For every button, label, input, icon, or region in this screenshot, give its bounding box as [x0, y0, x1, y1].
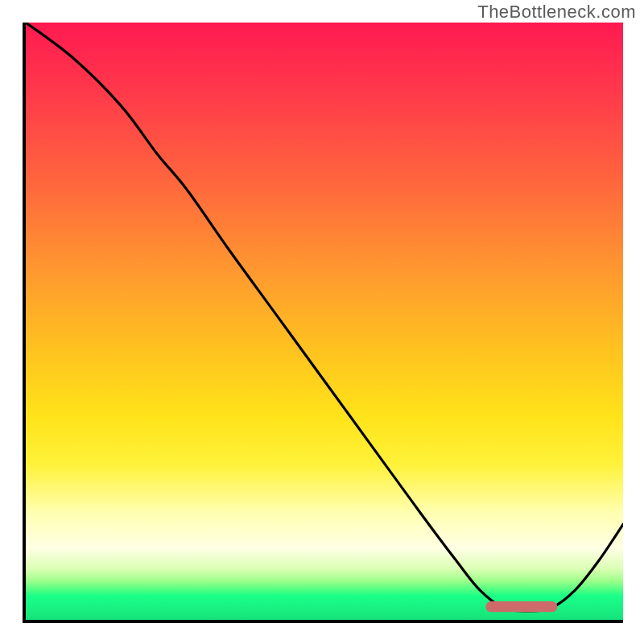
watermark-text: TheBottleneck.com — [477, 2, 636, 23]
chart-container: TheBottleneck.com — [0, 0, 644, 644]
bottleneck-curve — [26, 23, 623, 611]
optimal-range-marker — [485, 601, 557, 612]
plot-area — [23, 23, 623, 623]
chart-svg — [26, 23, 623, 620]
